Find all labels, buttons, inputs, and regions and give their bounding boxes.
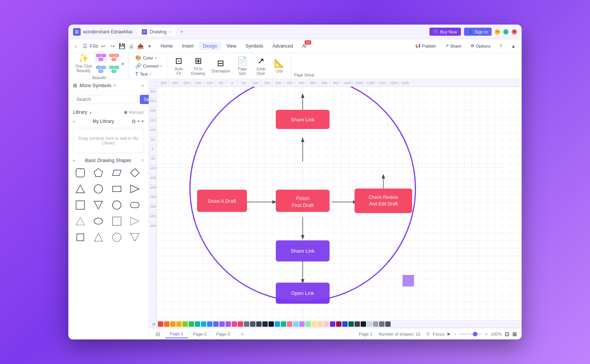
menu-ai[interactable]: AI hot [298, 42, 310, 50]
shape-tri-7[interactable] [128, 230, 142, 245]
options-btn[interactable]: ⚙ Options [467, 42, 494, 50]
my-lib-add-icon[interactable]: + [137, 119, 140, 124]
color-swatch[interactable] [355, 321, 360, 327]
zoom-slider[interactable] [459, 333, 482, 335]
unit-btn[interactable]: 📐 Unit [271, 57, 288, 75]
search-input[interactable] [73, 95, 138, 104]
color-swatch[interactable] [207, 321, 212, 327]
color-swatch[interactable] [385, 321, 391, 327]
color-swatch[interactable] [361, 321, 366, 327]
fit-to-drawing-btn[interactable]: ⊞ Fit toDrawing [189, 55, 207, 78]
color-swatch[interactable] [281, 321, 286, 327]
color-swatch[interactable] [348, 321, 354, 327]
canvas[interactable]: Share Link Draw A Draft Finish First Dra… [157, 87, 522, 320]
color-swatch[interactable] [195, 321, 200, 327]
color-swatch[interactable] [232, 321, 237, 327]
color-swatch[interactable] [268, 321, 274, 327]
nav-back-button[interactable]: ‹ [71, 42, 80, 50]
style-btn-2[interactable] [108, 52, 120, 63]
beautify-expander[interactable]: ▶ [121, 52, 126, 75]
collapse-btn[interactable]: ▲ [508, 43, 519, 50]
play-icon[interactable]: ▶ [447, 331, 451, 336]
tab-add-btn[interactable]: + [177, 28, 186, 36]
color-swatch[interactable] [312, 321, 317, 327]
shape-pentagon[interactable] [91, 165, 106, 180]
shape-rect[interactable] [109, 182, 124, 196]
color-swatch[interactable] [182, 321, 188, 327]
undo-btn[interactable]: ↩ [99, 42, 108, 50]
menu-view[interactable]: View [222, 42, 240, 50]
shape-triangle-3[interactable] [91, 198, 106, 212]
shape-parallelogram[interactable] [109, 165, 124, 180]
page-add-btn[interactable]: + [238, 329, 247, 339]
file-menu-btn[interactable]: File [90, 42, 98, 50]
sign-in-button[interactable]: 👤 Sign In [464, 28, 492, 36]
my-lib-close-icon[interactable]: × [141, 119, 144, 124]
style-btn-1[interactable] [95, 52, 107, 63]
shape-square-rounded[interactable] [73, 165, 88, 180]
search-button[interactable]: Search [140, 95, 149, 104]
menu-design[interactable]: Design [199, 42, 221, 50]
fit-screen-btn[interactable]: ⊡ [505, 331, 509, 337]
style-btn-4[interactable] [108, 64, 120, 74]
help-btn[interactable]: ? [497, 43, 505, 50]
shape-tri-6[interactable] [91, 230, 106, 245]
zoom-minus[interactable]: − [454, 332, 456, 336]
color-btn[interactable]: 🎨 Color ▾ [134, 54, 164, 61]
minimize-button[interactable]: ─ [495, 29, 500, 35]
sidebar-toggle-btn[interactable]: ⊟ [154, 330, 162, 338]
menu-insert[interactable]: Insert [178, 42, 197, 50]
color-swatch[interactable] [330, 321, 335, 327]
focus-label[interactable]: Focus [433, 332, 444, 336]
orientation-btn[interactable]: ⊟ Orientation [209, 57, 232, 75]
page-tab-1[interactable]: Page-1 [165, 330, 188, 338]
close-button[interactable]: ✕ [512, 29, 517, 35]
shape-oval[interactable] [91, 214, 106, 228]
color-swatch[interactable] [250, 321, 255, 327]
my-lib-add-frame-icon[interactable]: ⊟ [132, 119, 136, 124]
shape-square-2[interactable] [109, 214, 124, 228]
maximize-button[interactable]: □ [503, 29, 509, 35]
color-swatch[interactable] [336, 321, 341, 327]
publish-btn[interactable]: 📢 Publish [412, 42, 439, 50]
color-swatch[interactable] [238, 321, 243, 327]
fullscreen-btn[interactable]: ⊞ [512, 331, 517, 337]
menu-home[interactable]: Home [157, 42, 177, 50]
print-btn[interactable]: 🖨 [127, 42, 135, 50]
tab-close-btn[interactable]: × [169, 30, 171, 34]
export-btn[interactable]: 📤 [136, 42, 144, 50]
color-swatch[interactable] [189, 321, 194, 327]
shape-diamond[interactable] [128, 165, 142, 180]
save-btn[interactable]: 💾 [118, 42, 126, 50]
shape-tri-4[interactable] [73, 214, 88, 228]
color-swatch[interactable] [342, 321, 348, 327]
color-swatch[interactable] [373, 321, 378, 327]
shape-triangle-right[interactable] [128, 182, 142, 196]
color-swatch[interactable] [305, 321, 311, 327]
color-swatch[interactable] [213, 321, 219, 327]
color-swatch[interactable] [379, 321, 384, 327]
manage-btn[interactable]: Manage [129, 110, 144, 114]
shape-tri-5[interactable] [128, 214, 142, 228]
auto-fit-btn[interactable]: ⊡ AutoFit [170, 55, 187, 78]
shape-circle[interactable] [91, 182, 106, 196]
jump-style-btn[interactable]: ↗ JumpStyle [252, 55, 269, 78]
color-swatch[interactable] [176, 321, 182, 327]
sidebar-collapse-btn[interactable]: » [141, 82, 144, 88]
color-swatch[interactable] [287, 321, 292, 327]
color-swatch[interactable] [318, 321, 323, 327]
color-swatch[interactable] [244, 321, 249, 327]
color-swatch[interactable] [158, 321, 163, 327]
color-swatch[interactable] [275, 321, 280, 327]
color-swatch[interactable] [299, 321, 305, 327]
buy-now-button[interactable]: 🛒 Buy Now [429, 28, 461, 36]
shapes-close[interactable]: × [141, 158, 144, 163]
shape-square[interactable] [73, 198, 88, 212]
style-btn-3[interactable] [95, 64, 107, 74]
shape-circle-3[interactable] [109, 230, 124, 245]
tab-drawing[interactable]: D Drawing × [137, 28, 176, 36]
text-btn[interactable]: T Text ▾ [134, 70, 164, 78]
connect-btn[interactable]: 🔗 Connect ▾ [134, 62, 164, 69]
shape-circle-2[interactable] [109, 198, 124, 212]
file-icon-btn[interactable]: ☰ [81, 42, 89, 50]
